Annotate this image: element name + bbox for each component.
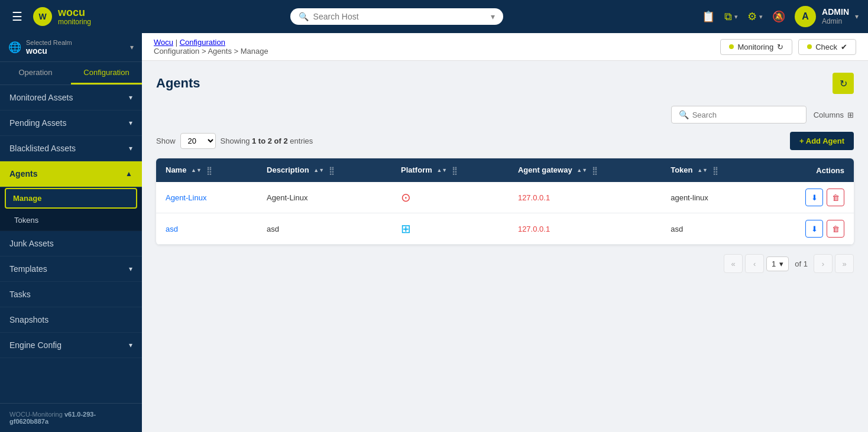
- token-drag-icon: ⣿: [712, 166, 718, 175]
- name-sort-icon[interactable]: ▲▼: [191, 168, 202, 173]
- content-area: Agents ↻ 🔍 Columns ⊞ Show: [142, 61, 868, 285]
- agent-gateway-sort-icon[interactable]: ▲▼: [576, 168, 587, 173]
- table-body: Agent-Linux Agent-Linux ⊙ 127.0.0.1 agen…: [156, 182, 854, 245]
- page-header: Agents ↻: [156, 73, 854, 94]
- row2-name-link[interactable]: asd: [166, 225, 178, 233]
- tab-configuration[interactable]: Configuration: [71, 62, 142, 85]
- search-host-container: 🔍 ▾: [290, 8, 503, 25]
- page-title: Agents: [156, 76, 200, 91]
- sidebar-item-monitored-assets[interactable]: Monitored Assets ▾: [0, 85, 142, 111]
- check-dot: [807, 44, 812, 49]
- search-container: 🔍: [671, 106, 807, 124]
- row2-name: asd: [156, 213, 257, 245]
- show-select[interactable]: 20 50 100: [180, 133, 216, 149]
- add-agent-button[interactable]: + Add Agent: [790, 132, 854, 150]
- pagination-first[interactable]: «: [724, 254, 743, 273]
- user-menu[interactable]: A ADMIN Admin ▾: [795, 6, 859, 27]
- search-host-input[interactable]: [313, 12, 486, 21]
- hamburger-icon[interactable]: ☰: [9, 7, 25, 26]
- sidebar-footer: WOCU-Monitoring v61.0-293-gf0620b887a: [0, 403, 142, 432]
- col-token[interactable]: Token ▲▼ ⣿: [661, 158, 764, 182]
- realm-info: Selected Realm wocu: [26, 39, 125, 56]
- pagination-last[interactable]: »: [835, 254, 854, 273]
- logo-icon: W: [32, 6, 53, 27]
- col-description[interactable]: Description ▲▼ ⣿: [257, 158, 391, 182]
- templates-arrow: ▾: [129, 265, 132, 273]
- sidebar-tabs: Operation Configuration: [0, 62, 142, 85]
- realm-selector[interactable]: 🌐 Selected Realm wocu ▾: [0, 33, 142, 62]
- row1-download-button[interactable]: ⬇: [805, 189, 823, 206]
- toolbar: Show 20 50 100 Showing 1 to 2 of 2 entri…: [156, 132, 854, 150]
- row2-download-button[interactable]: ⬇: [805, 220, 823, 238]
- svg-text:W: W: [38, 12, 47, 21]
- row2-token: asd: [661, 213, 764, 245]
- platform-drag-icon: ⣿: [452, 166, 458, 175]
- table-header: Name ▲▼ ⣿ Description ▲▼ ⣿ Platform ▲▼: [156, 158, 854, 182]
- agents-table: Name ▲▼ ⣿ Description ▲▼ ⣿ Platform ▲▼: [156, 158, 854, 245]
- sidebar-menu: Monitored Assets ▾ Pending Assets ▾ Blac…: [0, 85, 142, 403]
- sidebar-item-pending-assets[interactable]: Pending Assets ▾: [0, 111, 142, 136]
- breadcrumb-sub: Configuration > Agents > Manage: [154, 47, 268, 56]
- row2-gateway: 127.0.0.1: [509, 213, 661, 245]
- agent-gateway-drag-icon: ⣿: [592, 166, 598, 175]
- check-button[interactable]: Check ✔: [798, 39, 856, 55]
- row1-name: Agent-Linux: [156, 182, 257, 213]
- breadcrumb-wocu-link[interactable]: Wocu: [154, 38, 173, 47]
- description-sort-icon[interactable]: ▲▼: [313, 168, 324, 173]
- sidebar-item-junk-assets[interactable]: Junk Assets: [0, 231, 142, 256]
- pagination: « ‹ 1 ▾ of 1 › »: [156, 254, 854, 273]
- nav-actions: 📋 ⧉ ▾ ⚙ ▾ 🔕 A ADMIN Admin ▾: [702, 6, 859, 27]
- table-row: asd asd ⊞ 127.0.0.1 asd ⬇ 🗑: [156, 213, 854, 245]
- breadcrumb-configuration-link[interactable]: Configuration: [180, 38, 225, 47]
- sidebar-item-templates[interactable]: Templates ▾: [0, 256, 142, 282]
- monitoring-button[interactable]: Monitoring ↻: [720, 39, 792, 55]
- search-input[interactable]: [692, 111, 799, 119]
- row1-description: Agent-Linux: [257, 182, 391, 213]
- search-columns-row: 🔍 Columns ⊞: [156, 106, 854, 124]
- tab-operation[interactable]: Operation: [0, 62, 71, 85]
- description-drag-icon: ⣿: [329, 166, 335, 175]
- row2-platform: ⊞: [391, 213, 509, 245]
- search-host-icon: 🔍: [299, 12, 309, 21]
- row2-delete-button[interactable]: 🗑: [827, 220, 844, 238]
- bell-off-icon[interactable]: 🔕: [772, 10, 785, 23]
- sidebar-item-blacklisted-assets[interactable]: Blacklisted Assets ▾: [0, 136, 142, 161]
- sidebar-item-agents[interactable]: Agents ▲: [0, 161, 142, 187]
- status-buttons: Monitoring ↻ Check ✔: [720, 39, 856, 55]
- agents-submenu: Manage Tokens: [0, 188, 142, 231]
- col-actions: Actions: [764, 158, 854, 182]
- blacklisted-assets-arrow: ▾: [129, 144, 132, 152]
- search-host-arrow[interactable]: ▾: [491, 12, 495, 21]
- layout: 🌐 Selected Realm wocu ▾ Operation Config…: [0, 33, 868, 432]
- realm-arrow-icon: ▾: [130, 43, 134, 51]
- pagination-current: 1 ▾: [766, 256, 789, 271]
- breadcrumb-top: Wocu | Configuration: [154, 38, 268, 47]
- sidebar-item-engine-config[interactable]: Engine Config ▾: [0, 333, 142, 358]
- token-sort-icon[interactable]: ▲▼: [697, 168, 708, 173]
- show-entries: Show 20 50 100 Showing 1 to 2 of 2 entri…: [156, 133, 313, 149]
- sidebar-item-snapshots[interactable]: Snapshots: [0, 307, 142, 333]
- sidebar-sub-item-tokens[interactable]: Tokens: [0, 210, 142, 231]
- col-name[interactable]: Name ▲▼ ⣿: [156, 158, 257, 182]
- platform-sort-icon[interactable]: ▲▼: [436, 168, 447, 173]
- gear-icon[interactable]: ⚙ ▾: [747, 10, 763, 23]
- logo-text: wocu monitoring: [58, 7, 91, 27]
- sidebar-sub-item-manage[interactable]: Manage: [5, 188, 137, 209]
- pagination-arrow[interactable]: ▾: [779, 259, 783, 268]
- sidebar-item-tasks[interactable]: Tasks: [0, 282, 142, 307]
- windows-icon: ⊞: [401, 222, 411, 235]
- columns-button[interactable]: Columns ⊞: [814, 111, 854, 119]
- row1-name-link[interactable]: Agent-Linux: [166, 193, 206, 202]
- columns-grid-icon: ⊞: [847, 111, 854, 119]
- row1-gateway: 127.0.0.1: [509, 182, 661, 213]
- refresh-button[interactable]: ↻: [833, 73, 854, 94]
- pagination-prev[interactable]: ‹: [745, 254, 764, 273]
- row1-delete-button[interactable]: 🗑: [827, 189, 844, 206]
- col-platform[interactable]: Platform ▲▼ ⣿: [391, 158, 509, 182]
- col-agent-gateway[interactable]: Agent gateway ▲▼ ⣿: [509, 158, 661, 182]
- pagination-next[interactable]: ›: [814, 254, 833, 273]
- clipboard-icon[interactable]: 📋: [702, 10, 715, 23]
- engine-config-arrow: ▾: [129, 341, 132, 349]
- navbar: ☰ W wocu monitoring 🔍 ▾ 📋 ⧉ ▾ ⚙ ▾ 🔕 A AD…: [0, 0, 868, 33]
- screens-icon[interactable]: ⧉ ▾: [724, 11, 738, 23]
